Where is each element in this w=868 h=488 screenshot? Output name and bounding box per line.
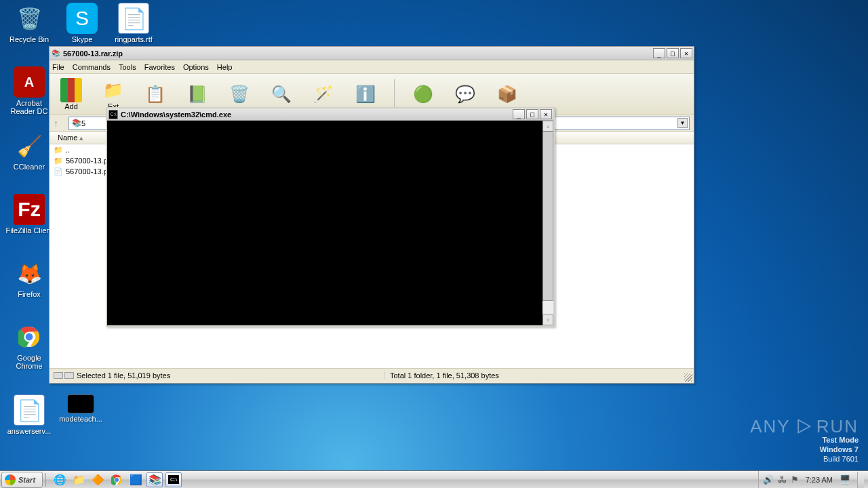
desktop-icon-answerserv[interactable]: 📄 answerserv... xyxy=(4,394,54,435)
winrar-titlebar[interactable]: 📚 567000-13.rar.zip _ □ ✕ xyxy=(50,47,694,60)
delete-icon: 🗑️ xyxy=(227,82,252,106)
folder-icon: 📁 xyxy=(54,146,63,155)
toolbar-wizard-button[interactable]: 🪄 xyxy=(307,82,340,106)
taskbar-explorer[interactable]: 📁 xyxy=(71,472,87,487)
toolbar-comment-button[interactable]: 💬 xyxy=(449,82,481,106)
toolbar-separator xyxy=(394,79,395,109)
minimize-button[interactable]: _ xyxy=(513,109,525,119)
menu-options[interactable]: Options xyxy=(183,63,209,71)
taskbar-chrome[interactable] xyxy=(108,472,125,487)
cmd-window: C:\ C:\Windows\system32\cmd.exe _ □ ✕ ▲ … xyxy=(106,107,555,327)
close-button[interactable]: ✕ xyxy=(680,48,692,58)
play-icon xyxy=(795,418,812,435)
toolbar-info-button[interactable]: ℹ️ xyxy=(349,82,382,106)
desktop-icon-ringparts[interactable]: 📄 ringparts.rtf xyxy=(108,3,159,43)
extract-icon: 📁 xyxy=(101,78,125,102)
status-selected: Selected 1 file, 51,019 bytes xyxy=(50,371,384,380)
taskbar-pinned: 🌐 📁 🔶 🟦 📚 C:\ xyxy=(52,472,182,487)
tray-volume-icon[interactable]: 🔊 xyxy=(763,474,774,485)
filezilla-icon: Fz xyxy=(14,194,45,225)
toolbar-delete-button[interactable]: 🗑️ xyxy=(223,82,256,106)
taskbar-vlc[interactable]: 🔶 xyxy=(90,472,106,487)
skype-icon: S xyxy=(66,3,98,34)
find-icon: 🔍 xyxy=(269,82,294,106)
desktop-icon-recycle-bin[interactable]: 🗑️ Recycle Bin xyxy=(4,3,54,43)
cmd-title: C:\Windows\system32\cmd.exe xyxy=(121,110,513,119)
add-icon xyxy=(60,78,82,102)
close-button[interactable]: ✕ xyxy=(540,109,552,119)
status-toggle[interactable] xyxy=(64,372,74,379)
path-dropdown-button[interactable]: ▼ xyxy=(677,118,688,128)
taskbar-ie[interactable]: 🌐 xyxy=(52,472,68,487)
start-label: Start xyxy=(18,476,35,484)
watermark-os: Windows 7 xyxy=(750,445,859,454)
toolbar-view-button[interactable]: 📗 xyxy=(181,82,214,106)
taskbar-edge[interactable]: 🟦 xyxy=(127,472,144,487)
ccleaner-icon: 🧹 xyxy=(14,130,45,161)
up-button[interactable]: ↑ xyxy=(54,118,64,129)
desktop-icon-firefox[interactable]: 🦊 Firefox xyxy=(4,258,54,298)
desktop-icon-chrome[interactable]: Google Chrome xyxy=(4,321,54,370)
anyrun-logo: ANY RUN xyxy=(750,418,859,435)
tray-network-icon[interactable]: 🖧 xyxy=(778,474,787,485)
recycle-bin-icon: 🗑️ xyxy=(14,3,45,34)
tray-monitor-icon[interactable]: 🖥️ xyxy=(840,474,850,485)
desktop-icon-filezilla[interactable]: Fz FileZilla Client xyxy=(4,194,54,235)
winrar-app-icon: 📚 xyxy=(51,49,60,58)
desktop-icon-modeteach[interactable]: modeteach... xyxy=(56,394,106,423)
desktop-icon-ccleaner[interactable]: 🧹 CCleaner xyxy=(4,130,54,171)
maximize-button[interactable]: □ xyxy=(526,109,538,119)
menu-commands[interactable]: Commands xyxy=(73,63,111,71)
taskbar-winrar[interactable]: 📚 xyxy=(146,472,163,487)
label: answerserv... xyxy=(4,427,54,435)
winrar-title: 567000-13.rar.zip xyxy=(63,49,653,58)
taskbar-separator xyxy=(45,473,46,487)
desktop-icon-acrobat[interactable]: A Acrobat Reader DC xyxy=(4,66,54,115)
resize-grip[interactable] xyxy=(684,373,692,382)
label: Skype xyxy=(57,35,107,43)
doc-icon: 📄 xyxy=(14,394,45,426)
virus-icon: 🟢 xyxy=(411,82,435,106)
status-total: Total 1 folder, 1 file, 51,308 bytes xyxy=(384,371,499,380)
minimize-button[interactable]: _ xyxy=(653,48,665,58)
label: Firefox xyxy=(4,290,54,298)
taskbar-cmd[interactable]: C:\ xyxy=(165,472,182,487)
svg-point-4 xyxy=(115,478,119,482)
taskbar-clock[interactable]: 7:23 AM xyxy=(803,476,835,484)
menu-file[interactable]: File xyxy=(52,63,64,71)
view-icon: 📗 xyxy=(185,82,210,106)
menu-favorites[interactable]: Favorites xyxy=(144,63,175,71)
scroll-track[interactable] xyxy=(542,131,553,314)
acrobat-icon: A xyxy=(14,66,45,98)
cmd-scrollbar[interactable]: ▲ ▼ xyxy=(542,121,553,325)
windows-orb-icon xyxy=(5,474,16,485)
wizard-icon: 🪄 xyxy=(311,82,336,106)
system-tray: 🔊 🖧 ⚑ 7:23 AM 🖥️ xyxy=(758,471,868,488)
col-name[interactable]: Name ▴ xyxy=(54,134,108,142)
toolbar-add-button[interactable]: Add xyxy=(55,78,87,110)
toolbar-virusscan-button[interactable]: 🟢 xyxy=(407,82,439,106)
comment-icon: 💬 xyxy=(453,82,477,106)
scroll-up-button[interactable]: ▲ xyxy=(542,121,553,131)
toolbar-extract-button[interactable]: 📁Ext xyxy=(97,78,130,110)
desktop-icon-skype[interactable]: S Skype xyxy=(57,3,107,43)
toolbar-sfx-button[interactable]: 📦 xyxy=(491,82,524,106)
cmd-terminal[interactable]: ▲ ▼ xyxy=(107,121,553,325)
status-toggle[interactable] xyxy=(54,372,63,379)
label: ringparts.rtf xyxy=(108,35,159,43)
path-text: 5 xyxy=(81,119,85,127)
menu-help[interactable]: Help xyxy=(217,63,233,71)
label: Recycle Bin xyxy=(4,35,54,43)
scroll-down-button[interactable]: ▼ xyxy=(542,314,553,325)
cmd-titlebar[interactable]: C:\ C:\Windows\system32\cmd.exe _ □ ✕ xyxy=(107,108,553,121)
maximize-button[interactable]: □ xyxy=(667,48,679,58)
toolbar-test-button[interactable]: 📋 xyxy=(139,82,172,106)
path-icon: 📚 xyxy=(72,119,81,127)
show-desktop-button[interactable] xyxy=(857,472,864,488)
scroll-thumb[interactable] xyxy=(542,131,553,301)
menu-tools[interactable]: Tools xyxy=(119,63,136,71)
start-button[interactable]: Start xyxy=(1,472,43,488)
tray-flag-icon[interactable]: ⚑ xyxy=(791,474,799,485)
toolbar-find-button[interactable]: 🔍 xyxy=(265,82,298,106)
watermark: ANY RUN Test Mode Windows 7 Build 7601 xyxy=(750,418,859,464)
